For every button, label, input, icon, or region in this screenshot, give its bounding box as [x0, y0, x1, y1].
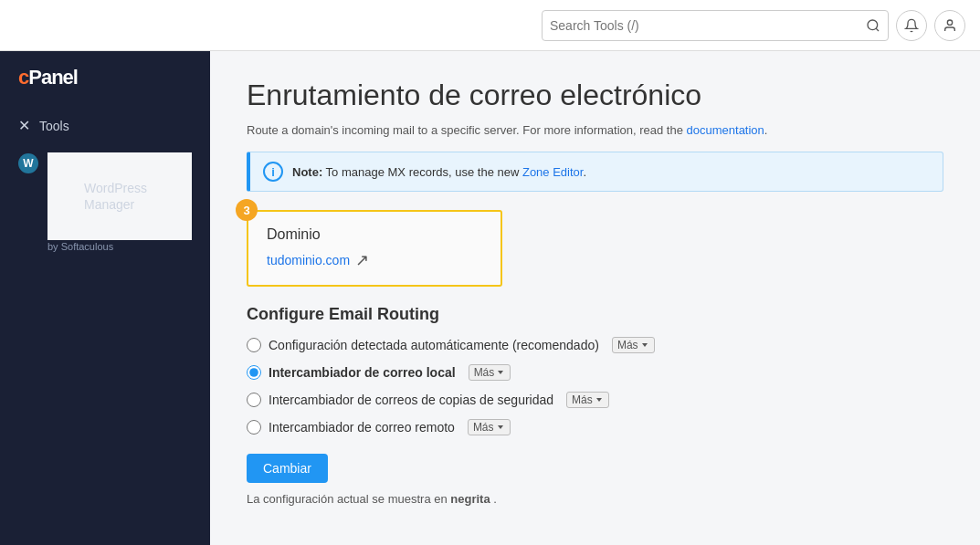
- radio-backup[interactable]: [247, 393, 261, 407]
- cursor-indicator: ↗: [355, 250, 369, 270]
- svg-line-1: [876, 28, 879, 31]
- wp-manager-label: WordPress Manager: [47, 152, 192, 240]
- cambiar-button[interactable]: Cambiar: [247, 454, 328, 483]
- main-content: Enrutamiento de correo electrónico Route…: [210, 51, 980, 545]
- sidebar-item-tools[interactable]: ✕ Tools: [0, 108, 210, 143]
- cpanel-logo: cPanel: [18, 66, 192, 89]
- radio-group: Configuración detectada automáticamente …: [247, 337, 943, 435]
- config-note-prefix: La configuración actual se muestra en: [247, 492, 448, 506]
- page-title: Enrutamiento de correo electrónico: [247, 79, 943, 112]
- tools-icon: ✕: [18, 117, 30, 134]
- svg-point-0: [868, 20, 878, 30]
- subtitle-text: Route a domain's incoming mail to a spec…: [247, 123, 683, 137]
- domain-text: tudominio.com: [267, 253, 350, 267]
- config-note-bold: negrita: [450, 492, 490, 506]
- notifications-button[interactable]: [896, 10, 927, 41]
- radio-auto[interactable]: [247, 338, 261, 352]
- mas-label-2: Más: [474, 366, 495, 379]
- domain-box: Dominio tudominio.com ↗: [247, 210, 502, 287]
- domain-value: tudominio.com ↗: [267, 250, 482, 270]
- domain-section: 3 Dominio tudominio.com ↗: [247, 210, 943, 287]
- radio-option-1: Configuración detectada automáticamente …: [247, 337, 943, 353]
- svg-marker-6: [498, 425, 503, 429]
- mas-btn-1[interactable]: Más: [612, 337, 655, 353]
- documentation-link[interactable]: documentation: [687, 123, 764, 137]
- layout: cPanel ✕ Tools W WordPress Manager by So…: [0, 51, 980, 545]
- mas-btn-4[interactable]: Más: [468, 419, 511, 435]
- sidebar-tools-label: Tools: [39, 119, 69, 133]
- option1-text: Configuración detectada automáticamente …: [269, 338, 599, 352]
- sidebar-item-wordpress[interactable]: W WordPress Manager by Softaculous: [0, 143, 210, 263]
- subtitle: Route a domain's incoming mail to a spec…: [247, 123, 943, 137]
- wp-manager-sub: by Softaculous: [47, 240, 192, 253]
- option2-text: Intercambiador de correo local: [269, 365, 456, 380]
- info-note: i Note: To manage MX records, use the ne…: [247, 152, 943, 192]
- svg-marker-3: [642, 343, 648, 347]
- logo: cPanel: [0, 66, 210, 108]
- svg-marker-5: [596, 398, 602, 402]
- label-auto[interactable]: Configuración detectada automáticamente …: [269, 338, 599, 352]
- sidebar-wp-text: WordPress Manager by Softaculous: [47, 152, 192, 254]
- mas-label-1: Más: [617, 339, 638, 351]
- label-remote[interactable]: Intercambiador de correo remoto: [269, 420, 455, 435]
- search-input[interactable]: [550, 18, 866, 33]
- label-local[interactable]: Intercambiador de correo local: [269, 365, 456, 380]
- config-section: Configure Email Routing Configuración de…: [247, 305, 943, 506]
- step-badge: 3: [236, 199, 258, 221]
- topbar: [0, 0, 980, 51]
- config-note: La configuración actual se muestra en ne…: [247, 492, 943, 506]
- mas-btn-3[interactable]: Más: [566, 392, 609, 408]
- wordpress-icon: W: [18, 153, 38, 173]
- option3-text: Intercambiador de correos de copias de s…: [269, 393, 553, 407]
- svg-marker-4: [498, 371, 503, 374]
- search-button[interactable]: [866, 18, 880, 33]
- note-bold: Note:: [292, 165, 322, 179]
- option4-text: Intercambiador de correo remoto: [269, 420, 455, 435]
- mas-btn-2[interactable]: Más: [469, 364, 511, 381]
- sidebar: cPanel ✕ Tools W WordPress Manager by So…: [0, 51, 210, 545]
- note-text: To manage MX records, use the new: [326, 165, 522, 179]
- config-title: Configure Email Routing: [247, 305, 943, 324]
- mas-label-3: Más: [572, 393, 593, 406]
- radio-option-4: Intercambiador de correo remoto Más: [247, 419, 943, 435]
- zone-editor-link[interactable]: Zone Editor: [522, 165, 584, 179]
- note-content: Note: To manage MX records, use the new …: [292, 165, 586, 179]
- radio-local[interactable]: [247, 365, 261, 380]
- svg-point-2: [947, 20, 952, 25]
- radio-remote[interactable]: [247, 420, 261, 435]
- topbar-icons: [896, 10, 965, 41]
- mas-label-4: Más: [473, 421, 494, 434]
- label-backup[interactable]: Intercambiador de correos de copias de s…: [269, 393, 553, 407]
- info-icon: i: [263, 162, 283, 182]
- user-button[interactable]: [934, 10, 965, 41]
- config-note-suffix: .: [493, 492, 497, 506]
- domain-label: Dominio: [267, 226, 482, 243]
- radio-option-3: Intercambiador de correos de copias de s…: [247, 392, 943, 408]
- radio-option-2: Intercambiador de correo local Más: [247, 364, 943, 381]
- search-box: [542, 10, 889, 41]
